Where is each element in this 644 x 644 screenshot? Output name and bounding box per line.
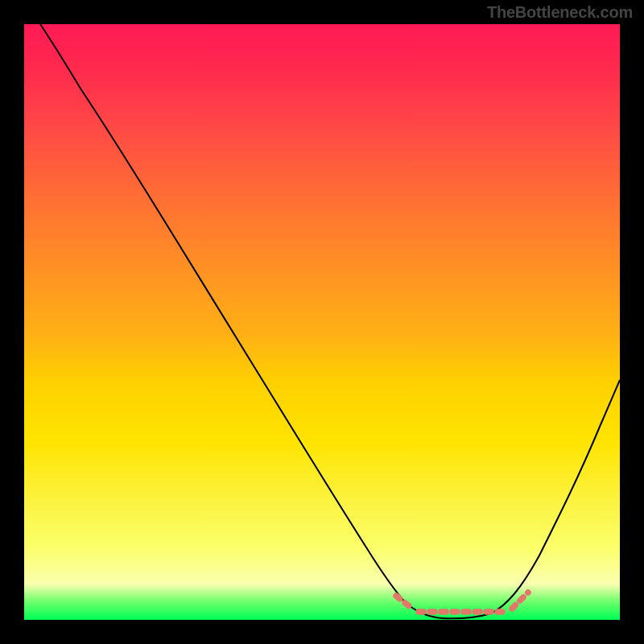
watermark-text: TheBottleneck.com (487, 3, 633, 22)
plot-area (24, 24, 620, 620)
curve-svg (24, 24, 620, 620)
chart-container: TheBottleneck.com (0, 0, 644, 644)
bottleneck-curve (40, 24, 620, 618)
optimal-region-left (396, 596, 412, 609)
